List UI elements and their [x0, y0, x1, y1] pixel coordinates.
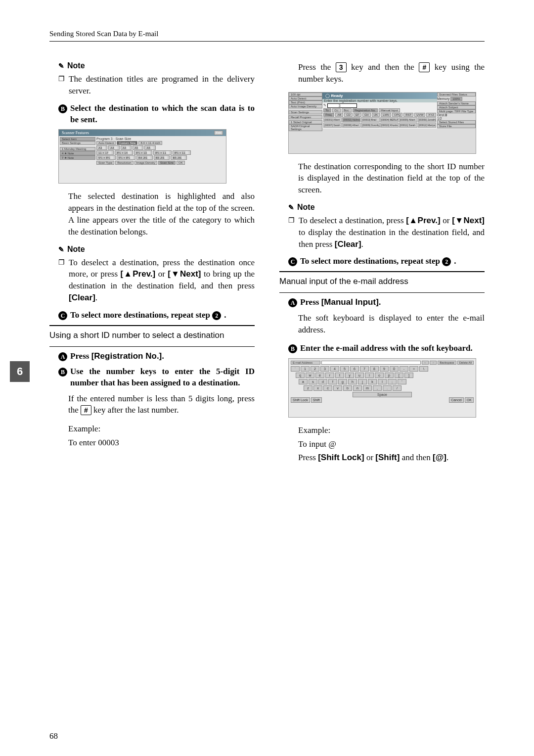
rnote-end: . [361, 239, 363, 249]
divider [49, 325, 255, 326]
ss1-size: A4⬜ [121, 145, 132, 150]
ex2-mid2: and then [400, 453, 433, 462]
pencil-icon: ✎ [288, 203, 294, 211]
bullet-marker: ❐ [288, 215, 295, 250]
a2-post: key after the last number. [91, 405, 179, 415]
kb-key: a [299, 379, 308, 384]
kb-key: ] [404, 373, 413, 378]
ss2-dest: [00006] Jonathan [418, 117, 436, 122]
kb-key: b [343, 385, 352, 391]
mstep-1-text: Press [Manual Input]. [300, 297, 381, 308]
kb-key: - [400, 366, 408, 372]
ss2-input: _____3 [327, 103, 357, 108]
ex2-pre: Press [298, 453, 318, 462]
shift-label: [Shift] [375, 453, 400, 462]
ss2-rbtn: Select Stored Files [437, 120, 476, 124]
next-button-label: [▼Next] [168, 269, 201, 279]
ss2-tab: EF [354, 113, 361, 117]
clear-button-label: [Clear] [69, 293, 95, 302]
ss1-custom-size: Custom Size [117, 141, 137, 145]
kb-key: w [306, 373, 314, 378]
ss1-size: B5 JIS⬜ [171, 155, 187, 160]
kb-key: = [409, 366, 418, 372]
ss2-dest: [00007] Sarah [323, 123, 342, 128]
ss3-backspace: Backspace [438, 361, 456, 365]
kb-key: 3 [320, 366, 329, 372]
kb-shift-lock: Shift Lock [291, 397, 310, 403]
kb-cancel: Cancel [449, 397, 464, 403]
ss2-li: Auto Detect [289, 96, 322, 100]
note-heading: ✎ Note [288, 203, 485, 212]
kb-key: x [313, 385, 322, 391]
ss1-tab-basic: Basic Settings [60, 141, 95, 145]
hash-key: # [81, 405, 91, 415]
kb-shift: Shift [311, 397, 322, 403]
note-label: Note [67, 245, 85, 254]
ss1-custom-val: 8.4 × 11.4 inch [138, 141, 162, 145]
kb-key: f [328, 379, 337, 384]
ss1-size: A3⬜ [96, 145, 107, 150]
ss2-rbtn: Multi page: TIFF File Type [437, 109, 476, 113]
ss1-bottom: Image Density [134, 161, 157, 165]
header-rule [49, 41, 485, 42]
ss2-dest: [00002] Address Book Group 1 [342, 117, 360, 122]
screenshot-scanner-features: Scanner Features Exit Select Item Basic … [58, 129, 226, 184]
note2-mid: or [155, 269, 168, 279]
intro-mid: key and then the [347, 62, 419, 72]
right-intro: Press the 3 key and then the # key using… [298, 61, 485, 85]
step-a1-text: Press [Registration No.]. [70, 351, 164, 362]
step-3b-badge: C [288, 257, 297, 266]
a2-body: If the entered number is less than 5 dig… [68, 393, 255, 417]
prev-button-label: [▲Prev.] [120, 269, 155, 279]
key-hash: # [419, 62, 430, 72]
ss3-title: E-mail Address [291, 361, 320, 365]
kb-key: s [309, 379, 317, 384]
ss2-scanned: Scanned Files Status [437, 93, 476, 96]
prev-button-label: [▲Prev.] [406, 216, 440, 225]
ss2-dest-count: 0 [445, 113, 447, 117]
ss2-tab: LMN [381, 113, 391, 117]
ss2-onesided: 1 Sided Original [289, 120, 322, 124]
kb-key: [ [395, 373, 403, 378]
kb-key: e [315, 373, 324, 378]
kb-key: 6 [350, 366, 359, 372]
ss2-dest: [00010] Khosla [380, 123, 399, 128]
ss1-size: 8½ × 13⬜ [134, 150, 152, 155]
note2-end: . [95, 293, 97, 302]
kb-key: ; [388, 379, 397, 384]
key-3: 3 [336, 62, 347, 72]
ss1-left-item-1: 1 Monday Meeting [60, 147, 95, 151]
kb-key: g [338, 379, 347, 384]
r3-pre: To select more destinations, repeat step [300, 256, 442, 266]
step-3-badge: C [58, 311, 67, 320]
kb-key: 7 [360, 366, 369, 372]
ss2-mem-val: 100% [450, 97, 462, 101]
kb-key: v [333, 385, 342, 391]
m1-pre: Press [300, 297, 321, 307]
right-example-label: Example: [298, 425, 485, 436]
subhead-manual: Manual input of the e-mail address [279, 276, 485, 287]
kb-key: n [353, 385, 362, 391]
example-label: Example: [68, 423, 255, 435]
kb-key: d [318, 379, 327, 384]
mstep-1-badge: A [288, 298, 297, 307]
ss1-left-item-2: 4 ★ Note [60, 151, 95, 155]
kb-key: k [368, 379, 377, 384]
pencil-icon: ✎ [58, 245, 64, 253]
kb-key: l [378, 379, 387, 384]
ss1-title: Scanner Features [62, 131, 89, 135]
ss1-left-item-3: 7 ★ Note [60, 155, 95, 160]
ss2-rbtn: Attach Sender's Name [437, 101, 476, 105]
kb-key: 8 [370, 366, 379, 372]
ss2-manual: Manual Input [379, 108, 400, 112]
ss2-scan-settings: Scan Settings [289, 110, 322, 114]
mstep-2-text: Enter the e-mail address with the soft k… [300, 343, 473, 354]
kb-space: Space [353, 392, 412, 397]
ss2-li: Auto Image Density [289, 104, 322, 108]
ss1-size: 8½ × 11⬜ [173, 150, 191, 155]
ss2-dest: [00011] Sarah [399, 123, 417, 128]
kb-key: y [345, 373, 354, 378]
at-key-label: [@] [433, 453, 446, 462]
ss2-tab: IJK [372, 113, 380, 117]
ss2-cc: Cc: [332, 108, 341, 112]
